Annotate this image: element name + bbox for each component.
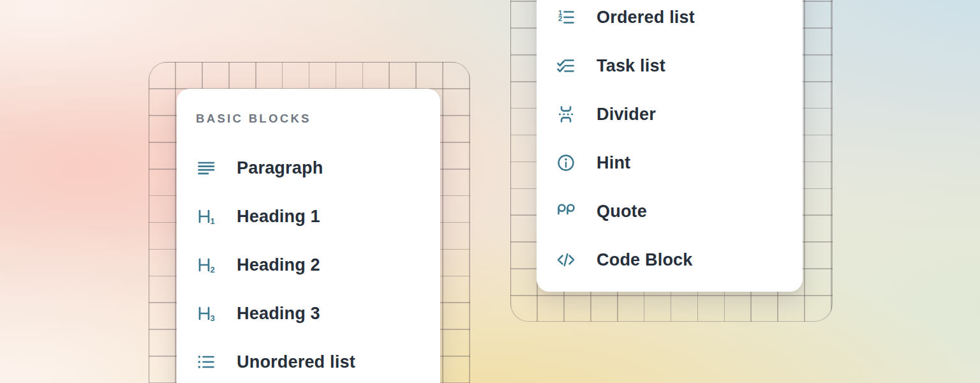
- hero-background: BASIC BLOCKS Paragraph 1 Heading 1: [0, 0, 980, 383]
- menu-item-label: Heading 1: [237, 207, 320, 227]
- section-title: BASIC BLOCKS: [196, 112, 421, 126]
- menu-item-task-list[interactable]: Task list: [537, 41, 803, 90]
- menu-item-hint[interactable]: Hint: [537, 139, 803, 187]
- svg-text:3: 3: [210, 313, 214, 323]
- hint-icon: [556, 153, 576, 173]
- menu-item-label: Heading 2: [237, 255, 320, 275]
- heading-3-icon: 3: [196, 303, 216, 324]
- blocks-menu-card: 1 2 Ordered list Task list: [537, 0, 803, 292]
- task-list-icon: [556, 56, 576, 76]
- menu-item-ordered-list[interactable]: 1 2 Ordered list: [537, 0, 803, 41]
- basic-blocks-menu-card: BASIC BLOCKS Paragraph 1 Heading 1: [177, 89, 440, 383]
- menu-item-label: Unordered list: [237, 352, 355, 372]
- svg-text:2: 2: [210, 265, 214, 274]
- menu-item-code-block[interactable]: Code Block: [537, 236, 803, 284]
- ordered-list-icon: 1 2: [556, 7, 576, 27]
- menu-item-label: Divider: [597, 105, 656, 124]
- menu-item-heading-1[interactable]: 1 Heading 1: [177, 192, 440, 241]
- quote-icon: [556, 201, 576, 222]
- menu-item-paragraph[interactable]: Paragraph: [177, 144, 440, 192]
- svg-text:2: 2: [558, 15, 562, 22]
- menu-item-label: Quote: [597, 202, 647, 222]
- menu-item-heading-2[interactable]: 2 Heading 2: [177, 241, 440, 289]
- menu-item-quote[interactable]: Quote: [537, 187, 803, 236]
- menu-item-label: Code Block: [597, 250, 693, 270]
- menu-item-divider[interactable]: Divider: [537, 90, 803, 139]
- svg-text:1: 1: [210, 216, 214, 226]
- menu-item-heading-3[interactable]: 3 Heading 3: [177, 289, 440, 338]
- menu-item-label: Heading 3: [237, 304, 320, 324]
- unordered-list-icon: [196, 352, 216, 372]
- heading-1-icon: 1: [196, 206, 216, 227]
- menu-item-label: Ordered list: [597, 8, 695, 27]
- menu-item-unordered-list[interactable]: Unordered list: [177, 338, 440, 383]
- heading-2-icon: 2: [196, 255, 216, 275]
- paragraph-icon: [196, 158, 216, 178]
- basic-blocks-item-list: Paragraph 1 Heading 1 2: [177, 144, 440, 383]
- divider-icon: [556, 104, 576, 124]
- menu-item-label: Paragraph: [237, 158, 323, 178]
- code-block-icon: [556, 250, 576, 270]
- menu-item-label: Task list: [597, 56, 665, 76]
- menu-item-label: Hint: [597, 153, 630, 173]
